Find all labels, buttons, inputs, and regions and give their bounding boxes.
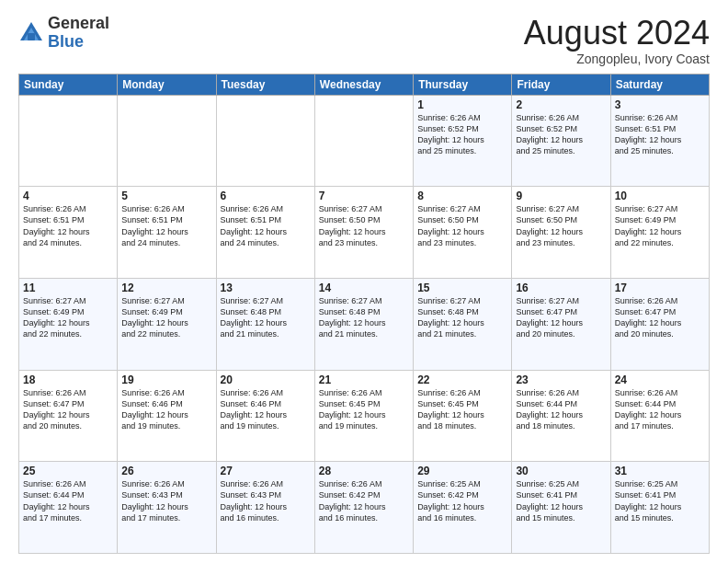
day-number: 10 (615, 190, 705, 202)
svg-rect-2 (28, 33, 35, 40)
day-number: 24 (615, 373, 705, 386)
day-info: Sunrise: 6:25 AM Sunset: 6:42 PM Dayligh… (417, 478, 507, 523)
day-number: 27 (221, 465, 311, 477)
logo-general-text: General (48, 15, 109, 33)
day-info: Sunrise: 6:26 AM Sunset: 6:43 PM Dayligh… (221, 478, 311, 523)
calendar-cell (314, 95, 413, 187)
title-area: August 2024 Zongopleu, Ivory Coast (524, 15, 710, 66)
calendar-cell: 22Sunrise: 6:26 AM Sunset: 6:45 PM Dayli… (414, 370, 512, 462)
calendar-cell: 27Sunrise: 6:26 AM Sunset: 6:43 PM Dayli… (216, 462, 314, 554)
day-info: Sunrise: 6:26 AM Sunset: 6:46 PM Dayligh… (221, 387, 311, 432)
day-info: Sunrise: 6:26 AM Sunset: 6:51 PM Dayligh… (615, 112, 705, 157)
logo: General Blue (18, 15, 109, 52)
day-info: Sunrise: 6:26 AM Sunset: 6:43 PM Dayligh… (121, 478, 211, 523)
calendar-cell: 20Sunrise: 6:26 AM Sunset: 6:46 PM Dayli… (216, 370, 314, 462)
day-info: Sunrise: 6:26 AM Sunset: 6:44 PM Dayligh… (615, 387, 705, 432)
week-row-1: 4Sunrise: 6:26 AM Sunset: 6:51 PM Daylig… (19, 187, 710, 279)
day-info: Sunrise: 6:26 AM Sunset: 6:51 PM Dayligh… (23, 203, 113, 248)
day-number: 5 (121, 190, 211, 202)
calendar-cell: 30Sunrise: 6:25 AM Sunset: 6:41 PM Dayli… (512, 462, 610, 554)
calendar-cell: 23Sunrise: 6:26 AM Sunset: 6:44 PM Dayli… (512, 370, 610, 462)
day-number: 12 (121, 282, 211, 294)
calendar-cell: 29Sunrise: 6:25 AM Sunset: 6:42 PM Dayli… (414, 462, 512, 554)
week-row-2: 11Sunrise: 6:27 AM Sunset: 6:49 PM Dayli… (19, 278, 710, 370)
calendar: SundayMondayTuesdayWednesdayThursdayFrid… (18, 74, 710, 554)
calendar-cell: 12Sunrise: 6:27 AM Sunset: 6:49 PM Dayli… (118, 278, 216, 370)
day-number: 16 (516, 282, 606, 294)
day-number: 20 (221, 373, 311, 386)
day-info: Sunrise: 6:26 AM Sunset: 6:51 PM Dayligh… (221, 203, 311, 248)
calendar-cell: 17Sunrise: 6:26 AM Sunset: 6:47 PM Dayli… (610, 278, 709, 370)
week-row-4: 25Sunrise: 6:26 AM Sunset: 6:44 PM Dayli… (19, 462, 710, 554)
day-number: 11 (23, 282, 113, 294)
day-info: Sunrise: 6:27 AM Sunset: 6:50 PM Dayligh… (319, 203, 409, 248)
day-number: 2 (516, 98, 606, 111)
day-number: 4 (23, 190, 113, 202)
calendar-cell: 14Sunrise: 6:27 AM Sunset: 6:48 PM Dayli… (314, 278, 413, 370)
logo-icon (18, 20, 44, 46)
day-info: Sunrise: 6:26 AM Sunset: 6:46 PM Dayligh… (121, 387, 211, 432)
day-info: Sunrise: 6:27 AM Sunset: 6:48 PM Dayligh… (221, 295, 311, 340)
day-info: Sunrise: 6:26 AM Sunset: 6:47 PM Dayligh… (615, 295, 705, 340)
month-title: August 2024 (524, 15, 710, 52)
day-info: Sunrise: 6:27 AM Sunset: 6:50 PM Dayligh… (516, 203, 606, 248)
calendar-cell: 1Sunrise: 6:26 AM Sunset: 6:52 PM Daylig… (414, 95, 512, 187)
day-info: Sunrise: 6:27 AM Sunset: 6:48 PM Dayligh… (417, 295, 507, 340)
day-number: 23 (516, 373, 606, 386)
calendar-header-row: SundayMondayTuesdayWednesdayThursdayFrid… (19, 74, 710, 95)
day-info: Sunrise: 6:27 AM Sunset: 6:49 PM Dayligh… (121, 295, 211, 340)
day-info: Sunrise: 6:27 AM Sunset: 6:49 PM Dayligh… (23, 295, 113, 340)
day-number: 14 (319, 282, 409, 294)
day-header-friday: Friday (512, 74, 610, 95)
day-info: Sunrise: 6:26 AM Sunset: 6:51 PM Dayligh… (121, 203, 211, 248)
day-number: 8 (417, 190, 507, 202)
day-number: 25 (23, 465, 113, 477)
day-header-saturday: Saturday (610, 74, 709, 95)
calendar-cell: 21Sunrise: 6:26 AM Sunset: 6:45 PM Dayli… (314, 370, 413, 462)
day-number: 9 (516, 190, 606, 202)
day-header-wednesday: Wednesday (314, 74, 413, 95)
calendar-cell: 3Sunrise: 6:26 AM Sunset: 6:51 PM Daylig… (610, 95, 709, 187)
day-number: 22 (417, 373, 507, 386)
calendar-cell: 18Sunrise: 6:26 AM Sunset: 6:47 PM Dayli… (19, 370, 118, 462)
day-info: Sunrise: 6:26 AM Sunset: 6:44 PM Dayligh… (516, 387, 606, 432)
day-number: 1 (417, 98, 507, 111)
week-row-0: 1Sunrise: 6:26 AM Sunset: 6:52 PM Daylig… (19, 95, 710, 187)
day-number: 15 (417, 282, 507, 294)
day-number: 13 (221, 282, 311, 294)
day-number: 7 (319, 190, 409, 202)
day-info: Sunrise: 6:27 AM Sunset: 6:49 PM Dayligh… (615, 203, 705, 248)
day-info: Sunrise: 6:25 AM Sunset: 6:41 PM Dayligh… (615, 478, 705, 523)
day-info: Sunrise: 6:27 AM Sunset: 6:47 PM Dayligh… (516, 295, 606, 340)
location-subtitle: Zongopleu, Ivory Coast (524, 52, 710, 66)
day-number: 6 (221, 190, 311, 202)
calendar-cell: 24Sunrise: 6:26 AM Sunset: 6:44 PM Dayli… (610, 370, 709, 462)
calendar-cell: 6Sunrise: 6:26 AM Sunset: 6:51 PM Daylig… (216, 187, 314, 279)
calendar-cell: 8Sunrise: 6:27 AM Sunset: 6:50 PM Daylig… (414, 187, 512, 279)
calendar-cell (19, 95, 118, 187)
day-info: Sunrise: 6:27 AM Sunset: 6:48 PM Dayligh… (319, 295, 409, 340)
day-number: 30 (516, 465, 606, 477)
day-info: Sunrise: 6:26 AM Sunset: 6:42 PM Dayligh… (319, 478, 409, 523)
day-number: 28 (319, 465, 409, 477)
calendar-cell (216, 95, 314, 187)
day-info: Sunrise: 6:26 AM Sunset: 6:45 PM Dayligh… (319, 387, 409, 432)
calendar-cell: 2Sunrise: 6:26 AM Sunset: 6:52 PM Daylig… (512, 95, 610, 187)
day-info: Sunrise: 6:26 AM Sunset: 6:47 PM Dayligh… (23, 387, 113, 432)
day-number: 29 (417, 465, 507, 477)
day-info: Sunrise: 6:26 AM Sunset: 6:52 PM Dayligh… (516, 112, 606, 157)
day-header-sunday: Sunday (19, 74, 118, 95)
header: General Blue August 2024 Zongopleu, Ivor… (18, 15, 710, 66)
day-number: 17 (615, 282, 705, 294)
day-header-monday: Monday (118, 74, 216, 95)
calendar-cell: 15Sunrise: 6:27 AM Sunset: 6:48 PM Dayli… (414, 278, 512, 370)
calendar-cell (118, 95, 216, 187)
day-number: 19 (121, 373, 211, 386)
day-info: Sunrise: 6:25 AM Sunset: 6:41 PM Dayligh… (516, 478, 606, 523)
day-info: Sunrise: 6:26 AM Sunset: 6:52 PM Dayligh… (417, 112, 507, 157)
day-info: Sunrise: 6:26 AM Sunset: 6:44 PM Dayligh… (23, 478, 113, 523)
calendar-cell: 13Sunrise: 6:27 AM Sunset: 6:48 PM Dayli… (216, 278, 314, 370)
day-number: 31 (615, 465, 705, 477)
day-number: 26 (121, 465, 211, 477)
calendar-cell: 11Sunrise: 6:27 AM Sunset: 6:49 PM Dayli… (19, 278, 118, 370)
